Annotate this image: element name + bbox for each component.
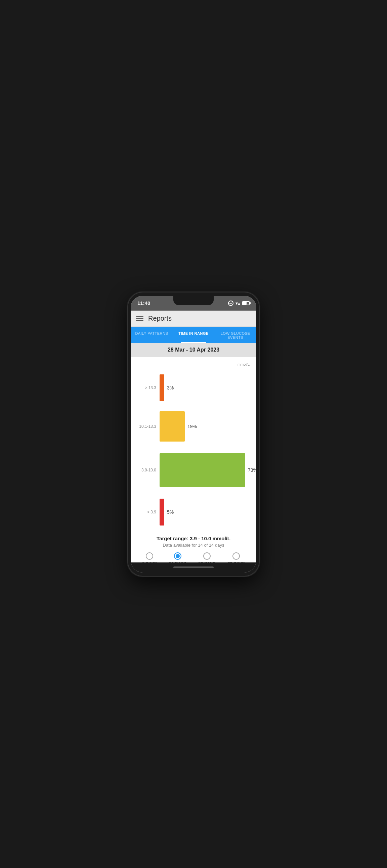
bar-pct-low: 5% bbox=[167, 509, 174, 515]
notch bbox=[173, 296, 214, 305]
day-option-30[interactable]: 30 DAYS bbox=[199, 552, 216, 562]
day-radio-90[interactable] bbox=[233, 552, 240, 560]
bar-pct-target: 73% bbox=[248, 467, 256, 473]
day-radio-7[interactable] bbox=[146, 552, 153, 560]
day-option-14[interactable]: 14 DAYS bbox=[169, 552, 186, 562]
bar-row-low: < 3.9 5% bbox=[136, 499, 251, 526]
bar-wrapper-high: 19% bbox=[159, 411, 251, 441]
status-icons: ▾▴ bbox=[228, 301, 249, 306]
bar-label-target: 3.9-10.0 bbox=[136, 468, 159, 472]
day-selector: 7 DAYS 14 DAYS 30 DAYS 90 DAYS bbox=[136, 552, 251, 562]
status-time: 11:40 bbox=[138, 300, 150, 306]
bar-high bbox=[159, 411, 185, 441]
bar-row-high: 10.1-13.3 19% bbox=[136, 411, 251, 441]
bar-row-very-high: > 13.3 3% bbox=[136, 374, 251, 401]
hamburger-menu-icon[interactable] bbox=[136, 316, 144, 321]
bar-label-high: 10.1-13.3 bbox=[136, 424, 159, 429]
dnd-icon bbox=[228, 301, 234, 306]
bar-row-target: 3.9-10.0 73% bbox=[136, 453, 251, 487]
chart-container: > 13.3 3% 10.1-13.3 19% bbox=[136, 368, 251, 529]
day-option-7[interactable]: 7 DAYS bbox=[142, 552, 157, 562]
bar-low bbox=[159, 499, 164, 526]
bar-label-very-high: > 13.3 bbox=[136, 385, 159, 390]
main-content: mmol/L > 13.3 3% 10.1-13.3 bbox=[131, 357, 256, 562]
bottom-section: Target range: 3.9 - 10.0 mmol/L Data ava… bbox=[131, 531, 256, 562]
bar-wrapper-target: 73% bbox=[159, 453, 256, 487]
bar-pct-very-high: 3% bbox=[167, 385, 174, 391]
chart-area: mmol/L > 13.3 3% 10.1-13.3 bbox=[131, 357, 256, 531]
app-title: Reports bbox=[148, 315, 172, 322]
bar-very-high bbox=[159, 374, 164, 401]
bar-pct-high: 19% bbox=[187, 424, 197, 429]
bar-target bbox=[159, 453, 245, 487]
tab-low-glucose-events[interactable]: LOW GLUCOSE EVENTS bbox=[214, 327, 256, 343]
bar-wrapper-very-high: 3% bbox=[159, 374, 251, 401]
wifi-icon: ▾▴ bbox=[236, 301, 240, 306]
bar-label-low: < 3.9 bbox=[136, 510, 159, 515]
tab-bar: DAILY PATTERNS TIME IN RANGE LOW GLUCOSE… bbox=[131, 327, 256, 343]
day-option-90[interactable]: 90 DAYS bbox=[228, 552, 245, 562]
home-indicator bbox=[131, 562, 256, 572]
date-range-text: 28 Mar - 10 Apr 2023 bbox=[168, 347, 219, 352]
target-range-label: Target range: 3.9 - 10.0 mmol/L bbox=[136, 535, 251, 541]
day-radio-14[interactable] bbox=[174, 552, 181, 560]
phone-frame: 11:40 ▾▴ Reports DAILY PATTERNS bbox=[128, 292, 259, 576]
day-radio-30[interactable] bbox=[203, 552, 211, 560]
tab-time-in-range[interactable]: TIME IN RANGE bbox=[173, 327, 215, 343]
app-header: Reports bbox=[131, 311, 256, 327]
battery-icon bbox=[242, 301, 249, 305]
bar-wrapper-low: 5% bbox=[159, 499, 251, 526]
date-range-bar: 28 Mar - 10 Apr 2023 bbox=[131, 343, 256, 357]
home-bar bbox=[173, 566, 214, 568]
phone-screen: 11:40 ▾▴ Reports DAILY PATTERNS bbox=[131, 296, 256, 572]
data-availability-text: Data available for 14 of 14 days bbox=[136, 542, 251, 548]
tab-daily-patterns[interactable]: DAILY PATTERNS bbox=[131, 327, 173, 343]
y-axis-unit-label: mmol/L bbox=[136, 362, 251, 366]
